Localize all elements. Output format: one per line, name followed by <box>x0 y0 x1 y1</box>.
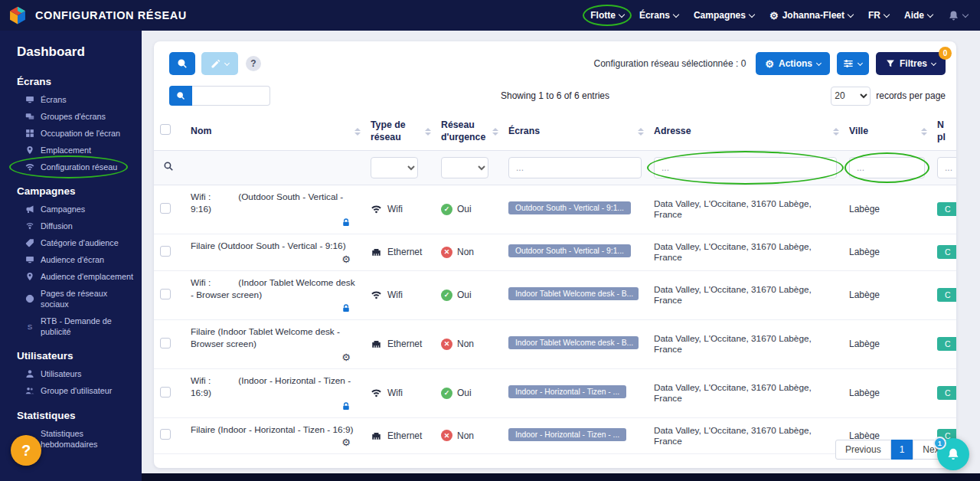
lock-icon <box>341 218 351 227</box>
column-header-players[interactable]: N pl <box>931 113 956 150</box>
column-header-nom[interactable]: Nom <box>185 113 364 150</box>
sidebar-item-occupation-de-l-ecran[interactable]: Occupation de l'écran <box>0 125 142 142</box>
status-badge: C <box>937 202 956 216</box>
sidebar-item-categorie-d-audience[interactable]: Catégorie d'audience <box>0 234 142 251</box>
table-search-button[interactable] <box>169 86 192 106</box>
sidebar-item-label: Diffusion <box>41 221 73 231</box>
sidebar-title: Dashboard <box>0 31 142 66</box>
sidebar-item-label: Occupation de l'écran <box>41 128 120 139</box>
sort-icon[interactable] <box>638 128 644 136</box>
nav-item-aide[interactable]: Aide <box>904 10 933 21</box>
nav-item-flotte[interactable]: Flotte <box>590 10 624 21</box>
notification-count-badge: 1 <box>933 437 946 450</box>
nav-item-johanna-fleet[interactable]: ⚙Johanna-Fleet <box>769 10 853 21</box>
toolbar-help-button[interactable]: ? <box>246 56 261 71</box>
select-all-checkbox[interactable] <box>160 124 171 135</box>
actions-button[interactable]: ⚙ Actions <box>756 52 830 75</box>
filter-ecrans-input[interactable] <box>508 157 642 178</box>
sidebar-item-ecrans[interactable]: Écrans <box>0 91 142 108</box>
sidebar-item-rtb-demande-de-publicite[interactable]: SRTB - Demande de publicité <box>0 312 142 340</box>
sort-icon[interactable] <box>833 128 839 136</box>
app-logo[interactable] <box>8 5 28 25</box>
bell-icon <box>946 447 960 461</box>
table-row: Wifi : (Indoor Tablet Welcome desk - Bro… <box>154 270 956 319</box>
sidebar-item-campagnes[interactable]: Campagnes <box>0 201 142 218</box>
gear-icon[interactable]: ⚙ <box>341 352 351 363</box>
nav-item-ecrans[interactable]: Écrans <box>639 10 678 21</box>
nav-item-campagnes[interactable]: Campagnes <box>694 10 754 21</box>
chevron-down-icon <box>931 60 936 65</box>
previous-page-button[interactable]: Previous <box>835 440 891 460</box>
table-search-input[interactable] <box>192 86 270 106</box>
column-header-adresse[interactable]: Adresse <box>648 113 843 150</box>
notifications-fab[interactable]: 1 <box>937 438 969 470</box>
row-checkbox[interactable] <box>160 246 171 257</box>
column-header-urgence[interactable]: Réseau d'urgence <box>435 113 502 150</box>
sidebar-item-diffusion[interactable]: Diffusion <box>0 218 142 234</box>
sidebar-item-audience-d-emplacement[interactable]: Audience d'emplacement <box>0 268 142 285</box>
column-header-ville[interactable]: Ville <box>843 113 931 150</box>
user-icon <box>25 369 34 378</box>
row-checkbox[interactable] <box>160 338 171 348</box>
help-button[interactable]: ? <box>11 435 41 466</box>
sidebar-item-pages-de-reseaux-sociaux[interactable]: Pages de réseaux sociaux <box>0 285 142 312</box>
filter-players-input[interactable] <box>937 157 956 178</box>
row-checkbox[interactable] <box>160 203 171 214</box>
sort-icon[interactable] <box>921 128 927 136</box>
search-button[interactable] <box>169 52 195 75</box>
search-icon <box>177 58 188 69</box>
address-cell: Data Valley, L'Occitane, 31670 Labège, F… <box>648 234 843 271</box>
city-cell: Labège <box>843 319 931 368</box>
notifications-menu[interactable] <box>948 10 968 21</box>
city-cell: Labège <box>843 234 931 271</box>
sort-icon[interactable] <box>354 128 361 136</box>
filters-label: Filtres <box>900 58 927 69</box>
chevron-down-icon <box>749 11 755 17</box>
sidebar-item-groupe-d-utilisateur[interactable]: Groupe d'utilisateur <box>0 382 142 399</box>
card-toolbar: ? Configuration réseau sélectionnée : 0 … <box>154 41 956 80</box>
screen-badge[interactable]: Outdoor South - Vertical - 9:1... <box>508 201 631 214</box>
row-checkbox[interactable] <box>160 387 171 398</box>
filters-button[interactable]: Filtres 0 <box>876 52 946 75</box>
check-icon: ✓ <box>441 204 452 215</box>
select-all-header[interactable] <box>154 113 185 150</box>
screen-badge[interactable]: Outdoor South - Vertical - 9:1... <box>508 244 631 257</box>
filter-adresse-input[interactable] <box>654 157 837 178</box>
address-cell: Data Valley, L'Occitane, 31670 Labège, F… <box>648 319 843 368</box>
screen-badge[interactable]: Indoor - Horizontal - Tizen - ... <box>508 385 626 398</box>
sidebar-item-label: Campagnes <box>41 204 85 214</box>
sort-icon[interactable] <box>492 128 498 136</box>
column-header-type[interactable]: Type de réseau <box>364 113 435 150</box>
network-name: Wifi : (Indoor - Horizontal - Tizen - 16… <box>191 375 358 400</box>
column-settings-button[interactable] <box>837 52 869 75</box>
city-cell: Labège <box>843 185 931 234</box>
screen-badge[interactable]: Indoor - Horizontal - Tizen - ... <box>508 428 626 441</box>
sidebar-item-audience-d-ecran[interactable]: Audience d'écran <box>0 251 142 268</box>
screen-badge[interactable]: Indoor Tablet Welcome desk - B... <box>508 336 639 349</box>
sidebar-item-emplacement[interactable]: Emplacement <box>0 142 142 159</box>
sort-icon[interactable] <box>425 128 431 136</box>
row-checkbox[interactable] <box>160 429 171 440</box>
row-checkbox[interactable] <box>160 289 171 299</box>
bell-icon <box>948 10 959 21</box>
filter-type-select[interactable] <box>371 157 418 178</box>
sidebar-item-utilisateurs[interactable]: Utilisateurs <box>0 365 142 382</box>
nav-item-langue[interactable]: FR <box>868 10 889 21</box>
screen-badge[interactable]: Indoor Tablet Welcome desk - B... <box>508 287 639 300</box>
gear-icon[interactable]: ⚙ <box>341 437 351 448</box>
filter-urgence-select[interactable] <box>441 157 488 178</box>
table-row: Wifi : (Outdoor South - Vertical - 9:16)… <box>154 185 956 234</box>
sidebar-item-groupes-d-ecrans[interactable]: Groupes d'écrans <box>0 108 142 125</box>
table-row: Filaire (Indoor Tablet Welcome desk - Br… <box>154 319 956 368</box>
edit-button[interactable] <box>201 52 238 75</box>
chevron-down-icon <box>962 11 969 17</box>
sidebar-item-label: Catégorie d'audience <box>41 237 119 248</box>
gear-icon[interactable]: ⚙ <box>341 254 351 265</box>
current-page-button[interactable]: 1 <box>891 440 913 460</box>
network-type-label: Ethernet <box>387 430 422 441</box>
column-header-ecrans[interactable]: Écrans <box>502 113 648 150</box>
check-icon: ✓ <box>441 388 452 399</box>
sidebar-item-configuration-reseau[interactable]: Configuration réseau <box>0 159 142 175</box>
filter-ville-input[interactable] <box>849 157 925 178</box>
page-size-select[interactable]: 20 <box>831 87 871 106</box>
